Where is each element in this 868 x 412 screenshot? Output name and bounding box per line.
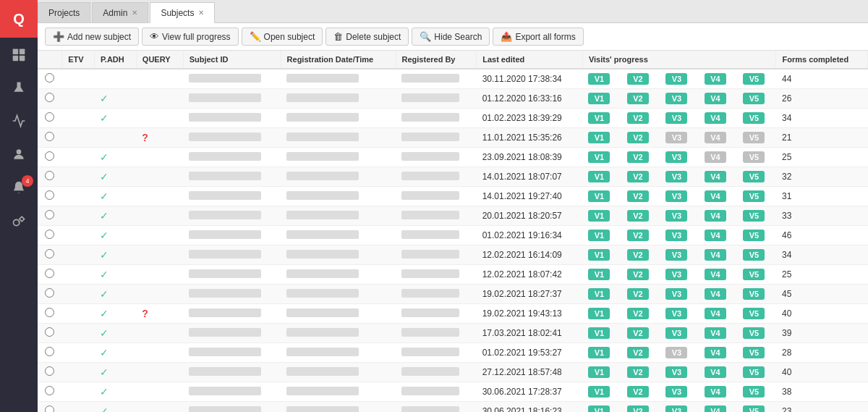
cell-visit-2[interactable]: V2 [621,304,660,324]
cell-visit-5[interactable]: V5 [737,285,776,304]
col-last-edited[interactable]: Last edited [477,51,583,69]
cell-visit-5[interactable]: V5 [737,343,776,363]
cell-visit-3[interactable]: V3 [660,167,699,187]
cell-visit-4[interactable]: V4 [699,148,738,167]
row-radio[interactable] [45,171,54,180]
col-visits-progress[interactable]: Visits' progress [582,51,776,69]
cell-visit-2[interactable]: V2 [621,128,660,148]
sidebar-item-analytics[interactable] [0,104,38,138]
app-logo[interactable]: Q [0,0,38,38]
cell-visit-1[interactable]: V1 [582,402,621,413]
cell-visit-1[interactable]: V1 [582,148,621,167]
row-radio[interactable] [45,73,54,83]
hide-search-button[interactable]: 🔍 Hide Search [412,28,490,46]
col-subject-id[interactable]: Subject ID [183,51,281,69]
cell-visit-4[interactable]: V4 [699,128,738,148]
cell-visit-2[interactable]: V2 [621,148,660,167]
row-radio[interactable] [45,93,54,102]
row-radio[interactable] [45,288,54,298]
row-radio[interactable] [45,327,54,337]
row-radio[interactable] [45,230,54,239]
cell-visit-5[interactable]: V5 [737,402,776,413]
col-reg-date[interactable]: Registration Date/Time [281,51,396,69]
cell-visit-5[interactable]: V5 [737,304,776,324]
tab-subjects[interactable]: Subjects ✕ [150,2,215,23]
cell-visit-4[interactable]: V4 [699,187,738,206]
cell-visit-1[interactable]: V1 [582,167,621,187]
cell-visit-1[interactable]: V1 [582,245,621,265]
cell-visit-4[interactable]: V4 [699,363,738,382]
cell-visit-3[interactable]: V3 [660,226,699,245]
cell-visit-1[interactable]: V1 [582,187,621,206]
cell-visit-4[interactable]: V4 [699,206,738,226]
cell-visit-4[interactable]: V4 [699,324,738,343]
cell-visit-2[interactable]: V2 [621,167,660,187]
cell-visit-4[interactable]: V4 [699,89,738,109]
tab-subjects-close[interactable]: ✕ [198,9,204,17]
sidebar-item-users[interactable] [0,138,38,171]
sidebar-item-projects[interactable] [0,38,38,71]
col-reg-by[interactable]: Registered By [396,51,477,69]
table-row[interactable]: ✓ 19.02.2021 18:27:37V1V2V3V4V545 [38,285,868,304]
table-row[interactable]: ✓ 14.01.2021 18:07:07V1V2V3V4V532 [38,167,868,187]
cell-visit-4[interactable]: V4 [699,382,738,402]
cell-visit-1[interactable]: V1 [582,226,621,245]
col-etv[interactable]: ETV [62,51,95,69]
row-radio[interactable] [45,132,54,141]
cell-visit-1[interactable]: V1 [582,69,621,89]
table-row[interactable]: ✓ 27.12.2021 18:57:48V1V2V3V4V540 [38,363,868,382]
cell-visit-3[interactable]: V3 [660,402,699,413]
row-radio[interactable] [45,347,54,356]
table-row[interactable]: ✓ 30.06.2021 18:16:23V1V2V3V4V523 [38,402,868,413]
cell-visit-2[interactable]: V2 [621,187,660,206]
view-full-progress-button[interactable]: 👁 View full progress [142,28,239,46]
export-all-forms-button[interactable]: 📤 Export all forms [493,28,583,46]
cell-visit-1[interactable]: V1 [582,89,621,109]
cell-visit-2[interactable]: V2 [621,265,660,285]
cell-visit-3[interactable]: V3 [660,343,699,363]
cell-visit-5[interactable]: V5 [737,69,776,89]
cell-visit-3[interactable]: V3 [660,128,699,148]
table-row[interactable]: ✓ 17.03.2021 18:02:41V1V2V3V4V539 [38,324,868,343]
sidebar-item-notifications[interactable]: 4 [0,171,38,204]
cell-visit-1[interactable]: V1 [582,363,621,382]
cell-visit-2[interactable]: V2 [621,245,660,265]
col-forms-completed[interactable]: Forms completed [776,51,868,69]
cell-visit-3[interactable]: V3 [660,69,699,89]
cell-visit-1[interactable]: V1 [582,343,621,363]
cell-visit-2[interactable]: V2 [621,343,660,363]
delete-subject-button[interactable]: 🗑 Delete subject [326,28,409,46]
table-row[interactable]: ✓ 01.02.2021 19:16:34V1V2V3V4V546 [38,226,868,245]
cell-visit-4[interactable]: V4 [699,69,738,89]
cell-visit-3[interactable]: V3 [660,324,699,343]
table-row[interactable]: ✓ 01.02.2021 19:53:27V1V2V3V4V528 [38,343,868,363]
cell-visit-1[interactable]: V1 [582,128,621,148]
cell-visit-5[interactable]: V5 [737,148,776,167]
table-row[interactable]: ✓ 23.09.2021 18:08:39V1V2V3V4V525 [38,148,868,167]
table-row[interactable]: ✓ 30.06.2021 17:28:37V1V2V3V4V538 [38,382,868,402]
cell-visit-2[interactable]: V2 [621,285,660,304]
row-radio[interactable] [45,366,54,376]
cell-visit-1[interactable]: V1 [582,206,621,226]
cell-visit-5[interactable]: V5 [737,109,776,128]
cell-visit-5[interactable]: V5 [737,245,776,265]
row-radio[interactable] [45,190,54,200]
cell-visit-4[interactable]: V4 [699,343,738,363]
cell-visit-4[interactable]: V4 [699,265,738,285]
subjects-table-container[interactable]: ETV P.ADH QUERY Subject ID Registration … [38,51,868,412]
row-radio[interactable] [45,269,54,278]
cell-visit-3[interactable]: V3 [660,382,699,402]
row-radio[interactable] [45,405,54,412]
cell-visit-3[interactable]: V3 [660,245,699,265]
row-radio[interactable] [45,386,54,395]
cell-visit-5[interactable]: V5 [737,167,776,187]
cell-visit-3[interactable]: V3 [660,148,699,167]
cell-visit-3[interactable]: V3 [660,109,699,128]
tab-admin[interactable]: Admin ✕ [92,2,148,22]
row-radio[interactable] [45,308,54,317]
cell-visit-2[interactable]: V2 [621,69,660,89]
table-row[interactable]: 30.11.2020 17:38:34V1V2V3V4V544 [38,69,868,89]
row-radio[interactable] [45,151,54,161]
cell-visit-1[interactable]: V1 [582,265,621,285]
cell-visit-5[interactable]: V5 [737,363,776,382]
